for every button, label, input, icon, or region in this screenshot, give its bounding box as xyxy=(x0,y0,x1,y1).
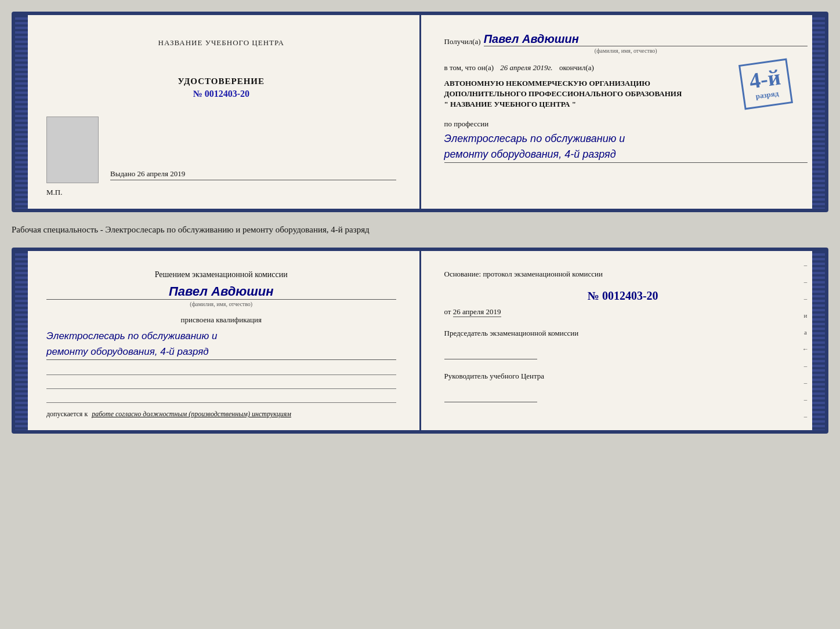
допускается-prefix: допускается к xyxy=(46,410,88,418)
deco-letter-10: – xyxy=(804,413,808,420)
bottom-left-spine xyxy=(15,251,28,430)
extra-line-1 xyxy=(46,365,396,375)
director-label: Руководитель учебного Центра xyxy=(444,371,802,381)
chairman-label: Председатель экзаменационной комиссии xyxy=(444,328,802,339)
bottom-fio-hint: (фамилия, имя, отчество) xyxy=(46,301,396,307)
mp-label: М.П. xyxy=(46,188,396,197)
left-spine-decoration xyxy=(15,15,28,209)
issued-date: 26 апреля 2019 xyxy=(137,169,186,178)
photo-placeholder xyxy=(46,117,99,183)
top-doc-right-page: Получил(а) Павел Авдюшин (фамилия, имя, … xyxy=(421,15,825,209)
decision-title: Решением экзаменационной комиссии xyxy=(46,268,396,281)
vtom-line: в том, что он(а) 26 апреля 2019г. окончи… xyxy=(444,63,808,72)
deco-letter-3: – xyxy=(804,295,808,302)
osnov-label: Основание: протокол экзаменационной коми… xyxy=(444,268,802,280)
middle-text: Рабочая специальность - Электрослесарь п… xyxy=(12,223,828,237)
vtom-date: 26 апреля 2019г. xyxy=(500,63,552,72)
chairman-signature-line xyxy=(444,348,537,359)
qualification-value: Электрослесарь по обслуживанию и ремонту… xyxy=(46,328,396,360)
qualification-line1: Электрослесарь по обслуживанию и xyxy=(46,328,396,344)
bottom-right-spine xyxy=(812,251,825,430)
deco-letter-2: – xyxy=(804,278,808,285)
issued-label: Выдано xyxy=(110,169,135,178)
qualification-line2: ремонту оборудования, 4-й разряд xyxy=(46,344,396,359)
cert-title-block: УДОСТОВЕРЕНИЕ № 0012403-20 xyxy=(46,77,396,99)
right-side-letters: – – – и а ← – – – – xyxy=(802,251,809,430)
assigned-label: присвоена квалификация xyxy=(46,315,396,325)
profession-value: Электрослесарь по обслуживанию и ремонту… xyxy=(444,131,808,163)
deco-letter-7: – xyxy=(804,362,808,369)
deco-letter-5: а xyxy=(804,329,807,336)
deco-letter-8: – xyxy=(804,379,808,386)
received-block: Получил(а) Павел Авдюшин xyxy=(444,32,808,46)
director-signature-line xyxy=(444,391,537,402)
date-prefix: от xyxy=(444,307,451,316)
допускается-text: работе согласно должностным (производств… xyxy=(92,410,291,418)
photo-issued-block: Выдано 26 апреля 2019 xyxy=(46,117,396,183)
extra-line-2 xyxy=(46,379,396,389)
finished-label: окончил(а) xyxy=(559,63,594,72)
profession-line2: ремонту оборудования, 4-й разряд xyxy=(444,147,808,162)
vtom-label: в том, что он(а) xyxy=(444,63,494,72)
org-name: " НАЗВАНИЕ УЧЕБНОГО ЦЕНТРА " xyxy=(444,99,808,110)
received-label: Получил(а) xyxy=(444,37,481,46)
date-value: 26 апреля 2019 xyxy=(453,307,501,317)
bottom-doc-left-page: Решением экзаменационной комиссии Павел … xyxy=(15,251,421,430)
deco-letter-6: ← xyxy=(802,346,809,352)
issued-block: Выдано 26 апреля 2019 xyxy=(110,169,396,183)
top-doc-left-page: НАЗВАНИЕ УЧЕБНОГО ЦЕНТРА УДОСТОВЕРЕНИЕ №… xyxy=(15,15,421,209)
issued-line: Выдано 26 апреля 2019 xyxy=(110,169,396,180)
cert-title: УДОСТОВЕРЕНИЕ xyxy=(46,77,396,86)
bottom-doc-right-page: Основание: протокол экзаменационной коми… xyxy=(421,251,825,430)
bottom-person-name: Павел Авдюшин xyxy=(46,284,396,300)
chairman-block: Председатель экзаменационной комиссии xyxy=(444,328,802,359)
deco-letter-9: – xyxy=(804,396,808,403)
fio-hint-top: (фамилия, имя, отчество) xyxy=(444,48,808,54)
profession-label: по профессии xyxy=(444,119,808,129)
school-name-top: НАЗВАНИЕ УЧЕБНОГО ЦЕНТРА xyxy=(46,38,396,48)
top-document: НАЗВАНИЕ УЧЕБНОГО ЦЕНТРА УДОСТОВЕРЕНИЕ №… xyxy=(12,12,828,212)
received-name: Павел Авдюшин xyxy=(484,32,808,46)
profession-line1: Электрослесарь по обслуживанию и xyxy=(444,131,808,147)
org-line1: АВТОНОМНУЮ НЕКОММЕРЧЕСКУЮ ОРГАНИЗАЦИЮ ДО… xyxy=(444,78,808,110)
page-wrapper: НАЗВАНИЕ УЧЕБНОГО ЦЕНТРА УДОСТОВЕРЕНИЕ №… xyxy=(12,12,828,434)
deco-letter-1: – xyxy=(804,261,808,268)
bottom-document: Решением экзаменационной комиссии Павел … xyxy=(12,248,828,434)
extra-line-3 xyxy=(46,392,396,403)
допускается-line: допускается к работе согласно должностны… xyxy=(46,410,396,419)
protocol-number: № 0012403-20 xyxy=(444,289,802,303)
deco-letter-4: и xyxy=(804,312,808,319)
cert-number: № 0012403-20 xyxy=(46,89,396,99)
right-spine-decoration xyxy=(812,15,825,209)
bottom-right-inner: Основание: протокол экзаменационной коми… xyxy=(444,268,802,402)
protocol-date: от 26 апреля 2019 xyxy=(444,307,802,317)
org-line2: ДОПОЛНИТЕЛЬНОГО ПРОФЕССИОНАЛЬНОГО ОБРАЗО… xyxy=(444,89,808,99)
